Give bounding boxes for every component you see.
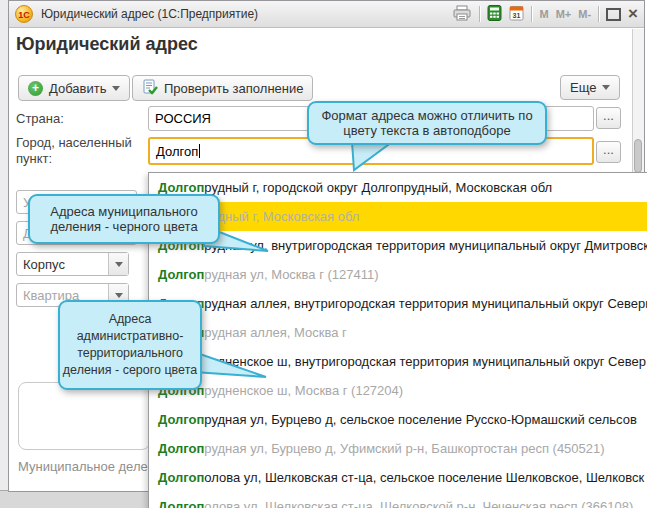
city-label: Город, населенный пункт:	[16, 135, 142, 167]
item-text: рудная ул, Бурцево д, сельское поселение…	[204, 412, 636, 427]
print-icon[interactable]	[452, 5, 472, 24]
country-label: Страна:	[16, 111, 64, 126]
city-value: Долгоп	[156, 144, 198, 159]
window-title: Юридический адрес (1С:Предприятие)	[41, 7, 258, 21]
page-title: Юридический адрес	[16, 34, 198, 55]
1c-logo-icon: 1С	[15, 5, 33, 23]
autocomplete-item[interactable]: Долгопрудный г, городской округ Долгопру…	[149, 173, 647, 202]
city-picker-button[interactable]: ...	[596, 141, 621, 163]
match-prefix: Долгоп	[158, 499, 204, 508]
comment-area[interactable]	[18, 382, 150, 450]
toolbar-separator	[598, 6, 599, 22]
match-prefix: Долгоп	[158, 441, 204, 456]
item-text: рудный г, городской округ Долгопрудный, …	[204, 180, 552, 195]
match-prefix: Долгоп	[158, 180, 204, 195]
administrative-callout: Адреса административно-территориального …	[58, 300, 202, 390]
country-value: РОССИЯ	[155, 111, 211, 126]
check-fill-label: Проверить заполнение	[164, 81, 303, 96]
autocomplete-item[interactable]: Долгопрудная аллея, внутригородская терр…	[149, 289, 647, 318]
memory-mminus-button[interactable]: M-	[578, 8, 591, 20]
item-text: рудненское ш, Москва г (127204)	[204, 383, 403, 398]
item-text: олова ул, Шелковская ст-ца, Шелковской р…	[204, 499, 633, 508]
chevron-down-icon	[112, 86, 120, 91]
maximize-button[interactable]	[606, 8, 621, 21]
toolbar-separator	[531, 6, 532, 22]
svg-text:31: 31	[513, 11, 521, 18]
add-plus-icon: +	[28, 81, 43, 96]
calculator-icon[interactable]	[487, 5, 502, 24]
combo-drop-button[interactable]	[108, 253, 128, 275]
autocomplete-item[interactable]: Долгопрудная аллея, Москва г	[149, 318, 647, 347]
more-button[interactable]: Еще	[560, 75, 620, 100]
match-prefix: Долгоп	[158, 267, 204, 282]
check-document-icon	[142, 79, 158, 98]
item-text: рудная аллея, Москва г	[204, 325, 346, 340]
autocomplete-item[interactable]: Долгополова ул, Шелковская ст-ца, Шелков…	[149, 492, 647, 508]
municipal-callout-text: Адреса муниципального деления - черного …	[30, 204, 218, 234]
autocomplete-item[interactable]: Долгопрудная ул, Москва г (127411)	[149, 260, 647, 289]
item-text: олова ул, Шелковская ст-ца, сельское пос…	[204, 470, 644, 485]
autocomplete-item[interactable]: Долгополова ул, Шелковская ст-ца, сельск…	[149, 463, 647, 492]
item-text: рудная ул, Бурцево д, Уфимский р-н, Башк…	[204, 441, 604, 456]
title-bar: 1С Юридический адрес (1С:Предприятие) 31…	[9, 1, 644, 28]
chevron-down-icon	[115, 293, 123, 298]
more-button-label: Еще	[570, 80, 596, 95]
scrollbar-thumb[interactable]	[634, 139, 642, 173]
chevron-down-icon	[115, 262, 123, 267]
match-prefix: Долгоп	[158, 470, 204, 485]
memory-mplus-button[interactable]: M+	[556, 8, 572, 20]
municipal-division-link[interactable]: Муниципальное деле	[18, 459, 148, 474]
autocomplete-item[interactable]: Долгопрудная ул, Бурцево д, Уфимский р-н…	[149, 434, 647, 463]
building-combo[interactable]: Корпус	[16, 252, 129, 276]
country-picker-button[interactable]: ...	[596, 107, 621, 129]
chevron-down-icon	[602, 85, 610, 90]
item-text: рудная ул, Москва г (127411)	[204, 267, 378, 282]
text-caret	[199, 144, 200, 158]
toolbar-separator	[479, 6, 480, 22]
autocomplete-item[interactable]: Долгопрудная ул, Бурцево д, сельское пос…	[149, 405, 647, 434]
item-text: рудная аллея, внутригородская территория…	[204, 296, 647, 311]
add-button-label: Добавить	[49, 81, 106, 96]
close-button[interactable]: ×	[628, 7, 638, 21]
memory-m-button[interactable]: M	[539, 8, 548, 20]
format-callout-text: Формат адреса можно отличить по цвету те…	[309, 108, 545, 138]
calendar-icon[interactable]: 31	[509, 5, 524, 24]
add-button[interactable]: + Добавить	[18, 75, 130, 101]
building-value: Корпус	[17, 257, 108, 272]
screenshot-root: 1С Юридический адрес (1С:Предприятие) 31…	[0, 0, 647, 508]
format-callout: Формат адреса можно отличить по цвету те…	[307, 101, 547, 145]
check-fill-button[interactable]: Проверить заполнение	[132, 75, 313, 101]
administrative-callout-text: Адреса административно-территориального …	[62, 311, 198, 379]
municipal-callout: Адреса муниципального деления - черного …	[28, 194, 220, 244]
match-prefix: Долгоп	[158, 412, 204, 427]
